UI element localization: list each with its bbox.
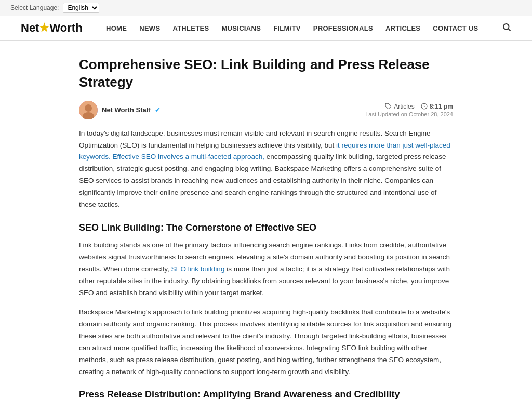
svg-point-0 xyxy=(503,24,509,30)
section1-p1: Link building stands as one of the prima… xyxy=(79,240,453,299)
nav-item-athletes: ATHLETES xyxy=(172,24,209,32)
author-name: Net Worth Staff xyxy=(102,106,151,114)
nav-item-articles: ARTICLES xyxy=(385,24,420,32)
svg-line-1 xyxy=(508,29,510,31)
meta-top: Articles 8:11 pm xyxy=(385,103,453,110)
nav-item-filmtv: FILM/TV xyxy=(273,24,301,32)
nav-link-filmtv[interactable]: FILM/TV xyxy=(273,24,301,32)
author-info: Net Worth Staff ✔ xyxy=(79,101,161,119)
intro-highlight: it requires more than just well-placed k… xyxy=(79,141,450,161)
article-intro: In today's digital landscape, businesses… xyxy=(79,128,453,211)
clock-icon xyxy=(421,103,428,110)
article-title: Comprehensive SEO: Link Building and Pre… xyxy=(79,56,453,91)
avatar xyxy=(79,101,98,119)
section1-heading: SEO Link Building: The Cornerstone of Ef… xyxy=(79,222,453,233)
nav-item-contact: CONTACT US xyxy=(433,24,478,32)
article-meta-right: Articles 8:11 pm Last Updated on October… xyxy=(365,103,453,117)
nav-list: HOME NEWS ATHLETES MUSICIANS FILM/TV PRO… xyxy=(106,24,478,32)
nav-item-professionals: PROFESSIONALS xyxy=(313,24,373,32)
site-logo[interactable]: Net★Worth xyxy=(21,21,83,35)
avatar-image xyxy=(79,101,98,119)
search-button[interactable] xyxy=(502,22,511,34)
nav-link-musicians[interactable]: MUSICIANS xyxy=(221,24,261,32)
meta-category: Articles xyxy=(385,103,414,110)
language-select[interactable]: English xyxy=(63,3,99,13)
nav-item-musicians: MUSICIANS xyxy=(221,24,261,32)
nav-link-news[interactable]: NEWS xyxy=(139,24,160,32)
section2-heading: Press Release Distribution: Amplifying B… xyxy=(79,389,453,399)
nav-link-articles[interactable]: ARTICLES xyxy=(385,24,420,32)
nav-item-home: HOME xyxy=(106,24,127,32)
language-bar: Select Language: English xyxy=(0,0,532,16)
nav-link-professionals[interactable]: PROFESSIONALS xyxy=(313,24,373,32)
meta-updated: Last Updated on October 28, 2024 xyxy=(365,111,453,117)
verified-badge: ✔ xyxy=(155,106,161,114)
seo-link-building-link[interactable]: SEO link building xyxy=(171,265,225,273)
nav-link-contact[interactable]: CONTACT US xyxy=(433,24,478,32)
logo-star: ★ xyxy=(39,21,49,34)
article-main: Comprehensive SEO: Link Building and Pre… xyxy=(69,41,463,399)
section1-p2: Backspace Marketing's approach to link b… xyxy=(79,307,453,378)
site-header: Net★Worth HOME NEWS ATHLETES MUSICIANS F… xyxy=(0,16,532,41)
nav-link-athletes[interactable]: ATHLETES xyxy=(172,24,209,32)
svg-point-3 xyxy=(85,104,92,112)
article-body: In today's digital landscape, businesses… xyxy=(79,128,453,399)
language-label: Select Language: xyxy=(10,4,59,11)
tag-icon xyxy=(385,103,392,110)
nav-link-home[interactable]: HOME xyxy=(106,24,127,32)
meta-time: 8:11 pm xyxy=(421,103,453,110)
main-nav: HOME NEWS ATHLETES MUSICIANS FILM/TV PRO… xyxy=(106,24,478,32)
nav-item-news: NEWS xyxy=(139,24,160,32)
article-meta: Net Worth Staff ✔ Articles 8:11 pm xyxy=(79,101,453,119)
search-icon xyxy=(502,22,511,32)
